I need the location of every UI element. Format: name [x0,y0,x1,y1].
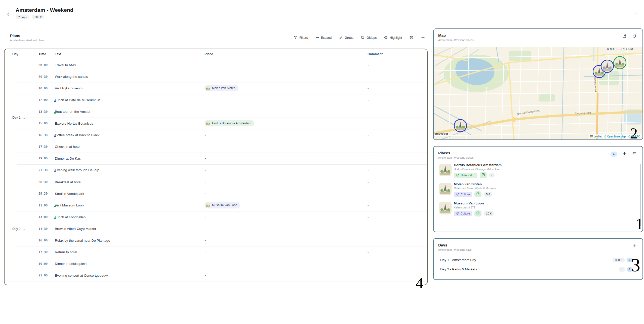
plan-row[interactable]: 16:30 Coffee break at Back to Black - - [5,129,427,141]
plan-text: Dinner at De Kas [51,157,200,160]
annotation-4: 4 [416,275,423,291]
plan-place-chip[interactable]: Museum Van Loon [205,202,240,208]
place-visited-checkbox[interactable] [474,191,481,197]
place-visited-checkbox[interactable] [480,172,487,178]
plan-comment: - [364,145,427,149]
map-refresh-button[interactable] [632,34,636,39]
plan-row[interactable]: 08:30 Breakfast at hotel - - [5,176,427,188]
plan-place-cell: - [200,63,364,67]
place-name: Hortus Botanicus Amsterdam [454,163,502,167]
osm-link[interactable]: © OpenStreetMap [604,135,626,138]
day-price-chip: - [619,267,625,272]
map-city-label: AMSTERDAM [607,47,634,51]
plan-time: 09:30 [34,192,51,195]
header-badge: 2 days [16,15,29,19]
plan-place-chip[interactable]: Hortus Botanicus Amsterdam [205,120,254,126]
day-list-item[interactable]: Day 1 - Amsterdam City 360 € 2 [434,255,642,265]
toolbar-button-highlight[interactable]: Highlight [384,35,402,40]
cube-icon [456,212,459,215]
plan-time: 21:00 [34,274,51,277]
plan-row[interactable]: 13:00 Lunch at Foodhallen - - [5,211,427,223]
plan-row[interactable]: 09:30 Walk along the canals - - [5,71,427,82]
places-checklist-button[interactable] [632,152,636,157]
empty-place-dash: - [205,145,206,149]
empty-place-dash: - [205,98,206,102]
plan-row[interactable]: 12:00 Lunch at Café de Museumtuin - - [5,94,427,106]
plan-row[interactable]: 09:30 Stroll in Vondelpark - - [5,188,427,199]
attribution-comma: , [627,135,627,138]
plan-row[interactable]: 19:00 Dinner at De Kas - - [5,153,427,164]
more-menu-button[interactable] [631,12,639,17]
plans-subtitle: Amsterdam - Weekend plans [10,39,44,42]
empty-place-dash: - [205,63,206,67]
plan-comment: - [364,133,427,137]
add-plan-button[interactable] [421,35,425,40]
day-name: Day 1 - Amsterdam City [440,258,476,262]
plan-row[interactable]: 21:00 Evening concert at Concertgebouw -… [5,270,427,281]
plan-text: Explore Hortus Botanicus [51,122,200,125]
place-visited-checkbox[interactable] [474,210,481,217]
plan-place-cell: - [200,110,364,114]
plan-day-group: Day 2 -... 08:30 Breakfast at hotel - - … [5,176,427,281]
expand-icon [315,35,319,40]
plan-row[interactable]: 15:00 Explore Hortus Botanicus Hortus Bo… [5,118,427,129]
plan-row[interactable]: 11:00 Visit Museum Loon Museum Van Loon … [5,200,427,211]
place-address: Hortus Botanicus, Plantage Middenlaan [454,168,502,171]
map-canvas[interactable]: AMSTERDAM Nieuwe Haagseweg Ringweg-West … [434,47,642,139]
places-count-badge: 4 [611,152,617,157]
plan-row[interactable]: 10:00 Visit Rijksmuseum Molen van Sloten… [5,83,427,94]
plans-toolbar: Filters Expand Group GMaps Highlight [274,35,425,40]
place-list-item[interactable]: Molen van Sloten Molen van Sloten Windmi… [439,182,632,200]
plan-time: 19:00 [34,157,51,160]
plan-place-chip[interactable]: Molen van Sloten [205,85,238,91]
plan-time: 06:00 [34,63,51,67]
plan-row[interactable]: 19:00 Dinner in Leidseplein - - [5,258,427,270]
filter-icon [294,35,298,40]
plan-time: 17:30 [34,250,51,254]
leaflet-link[interactable]: Leaflet [594,135,602,138]
place-list-item[interactable]: Hortus Botanicus Amsterdam Hortus Botani… [439,163,632,181]
map-marker-place[interactable] [601,60,614,73]
plan-row[interactable]: 21:30 Evening walk through De Pijp - - [5,164,427,176]
days-card: Days Amsterdam - Weekend days Day 1 - Am… [433,238,643,280]
plan-row[interactable]: 14:30 Browse Albert Cuyp Market - - [5,223,427,234]
days-list: Day 1 - Amsterdam City 360 € 2 Day 2 - P… [434,255,642,274]
map-marker-place[interactable] [454,119,467,132]
toolbar-button-gmaps[interactable]: GMaps [361,35,377,40]
day-list-item[interactable]: Day 2 - Parks & Markets - 1 [434,265,642,274]
toolbar-button-expand[interactable]: Expand [315,35,332,40]
print-button[interactable] [409,35,414,40]
plan-row[interactable]: 16:00 Relax by the canal near De Plantag… [5,235,427,246]
plan-row[interactable]: 06:00 Travel to AMS - - [5,59,427,71]
plan-time: 21:30 [34,168,51,172]
header-badge: 360 € [32,15,44,19]
plan-time: 13:00 [34,215,51,219]
plan-place-cell: - [200,75,364,79]
plan-row[interactable]: 17:30 Return to hotel - - [5,246,427,258]
place-list-item[interactable]: Museum Van Loon Keizersgracht 672 Cultur… [439,201,632,219]
plan-comment: - [364,110,427,114]
plan-text: Visit Museum Loon [51,203,200,207]
empty-place-dash: - [205,273,206,277]
map-fullscreen-button[interactable] [622,34,627,39]
toolbar-button-group[interactable]: Group [339,35,353,40]
green-status-dot [54,206,56,207]
plus-icon [421,35,425,40]
plan-text: Browse Albert Cuyp Market [51,227,200,231]
plan-row[interactable]: 17:30 Check-in at hotel - - [5,141,427,153]
add-day-button[interactable] [632,244,636,249]
plan-row[interactable]: 13:30 Boat tour on the Amstel - - [5,106,427,118]
map-card-header: Map Amsterdam - Weekend places [434,29,642,44]
add-place-button[interactable] [622,152,627,157]
toolbar-button-filters[interactable]: Filters [294,35,308,40]
plan-text: Walk along the canals [51,75,200,79]
plan-text: Travel to AMS [51,63,200,67]
plus-icon [632,244,636,249]
map-marker-place[interactable] [613,56,626,69]
cube-icon [456,173,459,177]
plan-text: Stroll in Vondelpark [51,192,200,196]
annotation-3: 3 [631,256,640,274]
plan-time: 12:00 [34,98,51,102]
back-button[interactable] [5,11,12,18]
empty-place-dash: - [205,227,206,231]
